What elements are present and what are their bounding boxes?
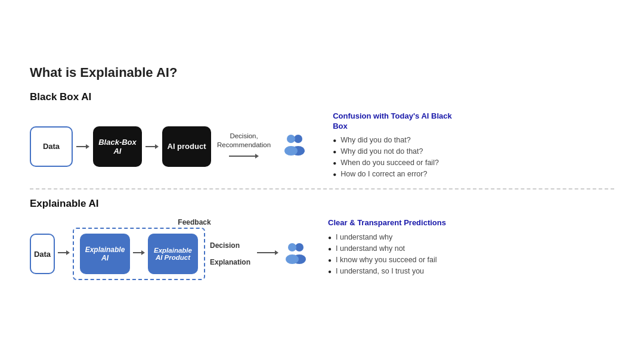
list-item: I know why you succeed or fail	[328, 256, 614, 264]
feedback-label: Feedback	[178, 218, 210, 226]
decision-label: Decision	[210, 241, 250, 250]
blackbox-data-box: Data	[30, 126, 73, 167]
xai-person-icon	[281, 241, 310, 266]
explanation-label: Explanation	[210, 258, 250, 266]
blackbox-info-box: Confusion with Today's AI Black Box Why …	[327, 111, 614, 182]
svg-marker-15	[275, 250, 278, 255]
section-divider	[30, 188, 614, 190]
bb-arrow1	[76, 142, 89, 151]
svg-marker-13	[141, 250, 145, 255]
list-item: I understand, so I trust you	[328, 267, 614, 275]
svg-point-19	[286, 254, 299, 264]
blackbox-ai-box: Black-Box AI	[93, 126, 142, 167]
xai-info-title: Clear & Transparent Predictions	[328, 218, 614, 228]
xai-de-labels: Decision Explanation	[210, 241, 250, 266]
explainable-section: Explainable AI Feedback Data	[30, 198, 614, 280]
svg-marker-1	[86, 144, 89, 149]
svg-marker-5	[255, 154, 259, 159]
xai-data-box: Data	[30, 234, 55, 274]
xai-explainable-box: Explainable AI	[80, 234, 130, 274]
bb-arrow2	[145, 142, 159, 151]
page-title: What is Explainable AI?	[30, 65, 614, 80]
svg-point-16	[295, 243, 304, 251]
list-item: Why did you not do that?	[333, 147, 614, 156]
svg-point-8	[287, 135, 295, 143]
blackbox-section: Black Box AI Data Black-Box AI	[30, 91, 614, 182]
xai-info-box: Clear & Transparent Predictions I unders…	[322, 218, 614, 278]
blackbox-info-title: Confusion with Today's AI Black Box	[333, 111, 614, 132]
xai-arrow2	[133, 248, 145, 260]
svg-marker-11	[66, 250, 70, 255]
xai-info-list: I understand why I understand why not I …	[328, 233, 614, 275]
list-item: I understand why	[328, 233, 614, 241]
xai-arrow3	[257, 248, 278, 260]
xai-explainable-product-box: Explainable AI Product	[148, 234, 198, 274]
main-container: What is Explainable AI? Black Box AI Dat…	[12, 53, 632, 299]
list-item: I understand why not	[328, 244, 614, 253]
blackbox-section-title: Black Box AI	[30, 91, 614, 103]
bb-decision-label: Decision, Recommendation	[217, 132, 271, 150]
feedback-dashed-region: Explainable AI Explainable AI Product	[73, 228, 205, 280]
xai-arrow1	[58, 248, 70, 260]
svg-point-9	[284, 146, 298, 156]
blackbox-diagram-row: Data Black-Box AI AI product	[30, 111, 614, 182]
xai-right-side: Decision Explanation	[210, 241, 310, 266]
explainable-section-title: Explainable AI	[30, 198, 614, 210]
blackbox-info-list: Why did you do that? Why did you not do …	[333, 136, 614, 178]
blackbox-diagram: Data Black-Box AI AI product	[30, 126, 309, 167]
list-item: When do you succeed or fail?	[333, 159, 614, 167]
svg-point-18	[288, 243, 296, 251]
blackbox-aiproduct-box: AI product	[162, 126, 211, 167]
svg-marker-3	[155, 144, 159, 149]
list-item: Why did you do that?	[333, 136, 614, 144]
bb-person-icon	[280, 133, 309, 160]
xai-diagram-row: Feedback Data Ex	[30, 218, 614, 280]
svg-point-6	[294, 135, 302, 143]
xai-main-row: Data Explainable AI	[30, 228, 310, 280]
list-item: How do I correct an error?	[333, 170, 614, 178]
xai-diagram: Feedback Data Ex	[30, 218, 310, 280]
